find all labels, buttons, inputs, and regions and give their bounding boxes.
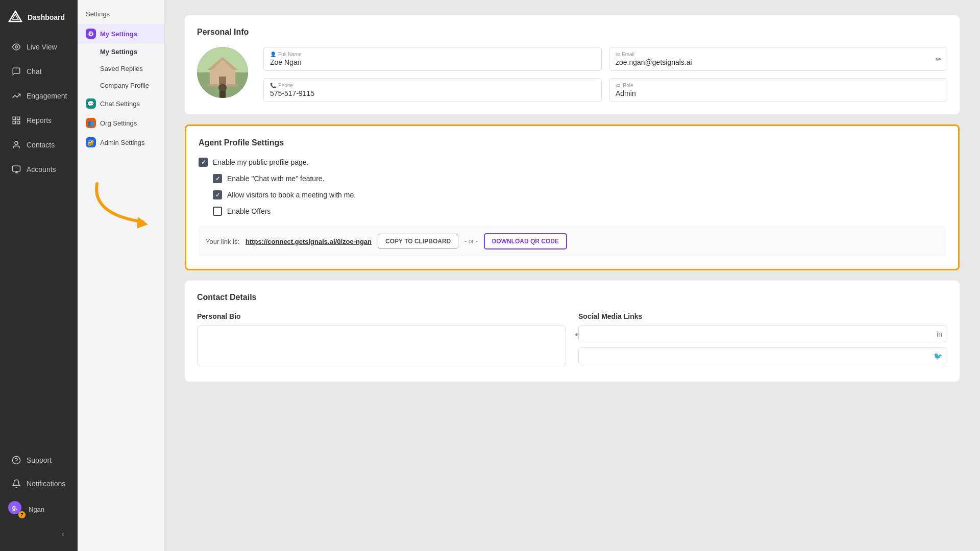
sidebar-item-accounts[interactable]: Accounts [3,158,75,181]
settings-item-my-settings[interactable]: ⚙ My Settings [78,24,164,43]
checkbox-book-meeting[interactable]: Allow visitors to book a meeting with me… [213,190,946,199]
checkbox-chat-with-me-box[interactable] [213,174,222,183]
email-value: zoe.ngan@getsignals.ai [616,58,941,66]
settings-item-chat-settings[interactable]: 💬 Chat Settings [78,94,164,113]
personal-info-title: Personal Info [197,28,947,37]
logo[interactable]: Dashboard [0,5,78,35]
support-icon [11,455,21,465]
agent-profile-checkboxes: Enable my public profile page. Enable "C… [199,158,946,216]
linkedin-input[interactable] [578,325,947,342]
avatar-badge: 7 [18,511,26,518]
sidebar-item-label: Support [27,456,52,464]
sidebar-item-contacts[interactable]: Contacts [3,134,75,156]
sidebar-item-notifications[interactable]: Notifications [3,472,75,495]
checkbox-enable-offers-label: Enable Offers [227,207,271,215]
checkbox-public-profile-label: Enable my public profile page. [213,158,309,166]
checkbox-chat-with-me-label: Enable "Chat with me" feature. [227,174,324,183]
checkbox-public-profile[interactable]: Enable my public profile page. [199,158,946,167]
checkbox-public-profile-box[interactable] [199,158,208,167]
agent-profile-settings-card: Agent Profile Settings Enable my public … [185,124,960,270]
linkedin-field: in [578,325,947,342]
checkbox-enable-offers-box[interactable] [213,207,222,216]
twitter-field: 🐦 [578,347,947,364]
logo-text: Dashboard [28,13,65,21]
user-avatar-large[interactable] [197,47,248,98]
personal-bio-textarea[interactable] [197,325,566,366]
checkbox-enable-offers[interactable]: Enable Offers [213,207,946,216]
accounts-icon [11,164,21,174]
twitter-input[interactable] [578,347,947,364]
full-name-icon: 👤 [270,52,276,57]
copy-to-clipboard-button[interactable]: COPY TO CLIPBOARD [378,234,458,249]
download-qr-code-button[interactable]: DOWNLOAD QR CODE [484,233,567,249]
settings-item-company-profile[interactable]: Company Profile [78,77,164,94]
phone-value: 575-517-9115 [270,89,595,97]
sidebar-item-label: Live View [27,43,57,51]
svg-rect-4 [17,121,20,124]
collapse-nav-button[interactable]: ‹ [3,523,75,545]
user-name: Ngan [29,506,44,513]
settings-sidebar-title: Settings [78,10,164,24]
role-field: 🏷 Role Admin [609,78,947,102]
settings-item-label: Chat Settings [100,100,140,108]
notifications-icon [11,479,21,489]
sidebar-item-label: Notifications [27,480,65,488]
svg-rect-5 [13,121,15,124]
personal-bio-section: Personal Bio ✏ [197,312,566,369]
personal-info-card: Personal Info [185,15,960,114]
checkbox-book-meeting-box[interactable] [213,190,222,199]
agent-profile-title: Agent Profile Settings [199,138,946,147]
org-settings-icon: 👥 [86,118,96,128]
linkedin-icon: in [937,330,942,338]
user-avatar-row[interactable]: g. 7 Ngan [0,496,78,522]
settings-item-label: Org Settings [100,119,137,127]
contact-details-title: Contact Details [197,293,947,302]
email-icon: ✉ [616,52,620,57]
sidebar-item-label: Reports [27,116,52,124]
personal-info-fields: 👤 Full Name Zoe Ngan ✉ Email zoe.ngan@ge… [263,47,947,102]
settings-item-admin-settings[interactable]: 🔐 Admin Settings [78,133,164,152]
settings-item-label: Admin Settings [100,139,144,146]
collapse-icon: ‹ [62,530,64,539]
contacts-icon [11,140,21,150]
profile-link-url[interactable]: https://connect.getsignals.ai/0/zoe-ngan [246,238,372,245]
personal-bio-label: Personal Bio [197,312,566,320]
separator-text: - or - [464,238,477,245]
checkbox-book-meeting-label: Allow visitors to book a meeting with me… [227,191,356,199]
my-settings-icon: ⚙ [86,29,96,39]
settings-item-my-settings-sub[interactable]: My Settings [78,43,164,60]
svg-rect-2 [13,117,15,119]
email-edit-icon[interactable]: ✏ [936,55,942,63]
svg-rect-18 [219,91,226,98]
sidebar-item-support[interactable]: Support [3,449,75,471]
main-navigation: Dashboard Live View Chat Engagement Repo… [0,0,78,551]
social-media-label: Social Media Links [578,312,947,320]
chat-settings-icon: 💬 [86,98,96,109]
settings-sidebar: Settings ⚙ My Settings My Settings Saved… [78,0,164,551]
sidebar-item-label: Engagement [27,92,67,100]
sidebar-item-engagement[interactable]: Engagement [3,85,75,107]
twitter-icon: 🐦 [934,352,942,360]
svg-rect-3 [17,117,20,119]
sidebar-item-label: Contacts [27,141,55,149]
sidebar-item-reports[interactable]: Reports [3,109,75,132]
sidebar-item-label: Accounts [27,165,56,173]
settings-item-label: Saved Replies [100,65,143,72]
email-field: ✉ Email zoe.ngan@getsignals.ai ✏ [609,47,947,71]
sidebar-item-live-view[interactable]: Live View [3,36,75,58]
settings-item-label: Company Profile [100,82,149,89]
settings-item-saved-replies[interactable]: Saved Replies [78,60,164,77]
role-value: Admin [616,89,941,97]
reports-icon [11,115,21,126]
checkbox-chat-with-me[interactable]: Enable "Chat with me" feature. [213,174,946,183]
link-label: Your link is: [206,238,239,245]
svg-point-17 [218,84,227,92]
engagement-icon [11,91,21,101]
profile-link-row: Your link is: https://connect.getsignals… [199,226,946,257]
phone-icon: 📞 [270,83,276,88]
svg-point-6 [15,141,18,144]
settings-item-org-settings[interactable]: 👥 Org Settings [78,113,164,133]
svg-rect-7 [13,166,20,171]
sidebar-item-label: Chat [27,67,42,76]
sidebar-item-chat[interactable]: Chat [3,60,75,83]
